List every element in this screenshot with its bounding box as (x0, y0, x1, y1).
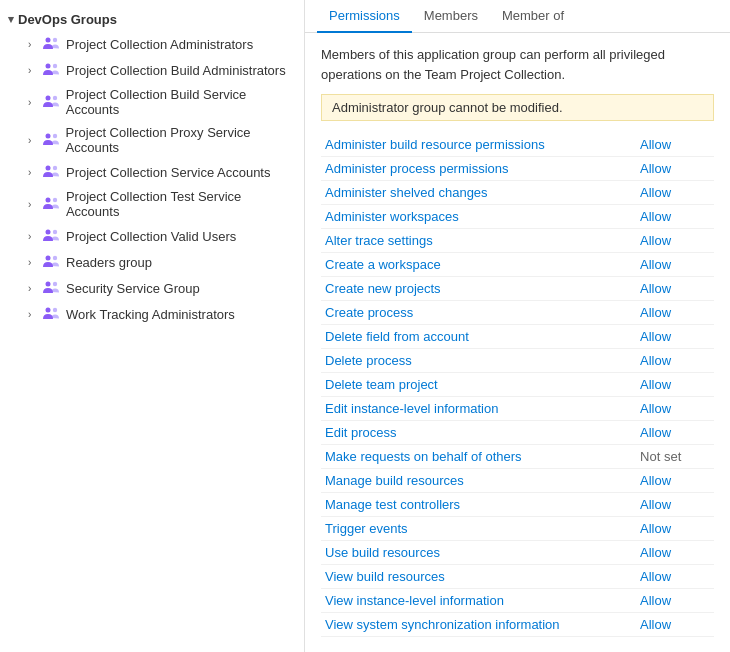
svg-point-0 (53, 38, 57, 42)
permission-name[interactable]: View system synchronization information (321, 613, 636, 637)
permission-name[interactable]: Trigger events (321, 517, 636, 541)
group-icon (42, 35, 60, 53)
expand-arrow-icon: › (28, 39, 38, 50)
sidebar-item[interactable]: ›Project Collection Valid Users (0, 223, 304, 249)
group-icon (42, 279, 60, 297)
group-icon (42, 253, 60, 271)
permission-value[interactable]: Allow (636, 373, 714, 397)
permission-row: View instance-level informationAllow (321, 589, 714, 613)
permission-row: Administer build resource permissionsAll… (321, 133, 714, 157)
permission-row: Create new projectsAllow (321, 277, 714, 301)
expand-arrow-icon: › (28, 199, 38, 210)
permission-value[interactable]: Allow (636, 277, 714, 301)
sidebar-items: ›Project Collection Administrators›Proje… (0, 31, 304, 327)
group-description: Members of this application group can pe… (321, 45, 714, 84)
permission-row: Delete processAllow (321, 349, 714, 373)
svg-point-14 (53, 256, 57, 260)
permission-name[interactable]: Administer build resource permissions (321, 133, 636, 157)
permission-name[interactable]: Create new projects (321, 277, 636, 301)
sidebar-item[interactable]: ›Project Collection Build Administrators (0, 57, 304, 83)
permission-name[interactable]: Create process (321, 301, 636, 325)
permission-name[interactable]: Delete field from account (321, 325, 636, 349)
sidebar-item[interactable]: ›Project Collection Service Accounts (0, 159, 304, 185)
collapse-icon: ▾ (8, 13, 14, 26)
permission-name[interactable]: Alter trace settings (321, 229, 636, 253)
permission-name[interactable]: Delete process (321, 349, 636, 373)
sidebar-item[interactable]: ›Work Tracking Administrators (0, 301, 304, 327)
expand-arrow-icon: › (28, 309, 38, 320)
permission-row: View system synchronization informationA… (321, 613, 714, 637)
sidebar-item[interactable]: ›Project Collection Administrators (0, 31, 304, 57)
sidebar-header[interactable]: ▾ DevOps Groups (0, 8, 304, 31)
permission-value[interactable]: Allow (636, 613, 714, 637)
permission-value[interactable]: Allow (636, 301, 714, 325)
tab-permissions[interactable]: Permissions (317, 0, 412, 33)
permission-name[interactable]: Administer workspaces (321, 205, 636, 229)
permission-value[interactable]: Allow (636, 325, 714, 349)
panel-content: Members of this application group can pe… (305, 33, 730, 652)
sidebar-item[interactable]: ›Project Collection Test Service Account… (0, 185, 304, 223)
permission-row: Edit processAllow (321, 421, 714, 445)
permission-value[interactable]: Allow (636, 229, 714, 253)
permission-value[interactable]: Allow (636, 253, 714, 277)
svg-point-18 (53, 308, 57, 312)
permissions-table: Administer build resource permissionsAll… (321, 133, 714, 637)
permission-row: Administer workspacesAllow (321, 205, 714, 229)
permission-name[interactable]: Make requests on behalf of others (321, 445, 636, 469)
sidebar-item[interactable]: ›Security Service Group (0, 275, 304, 301)
permission-value[interactable]: Allow (636, 493, 714, 517)
permission-row: Administer process permissionsAllow (321, 157, 714, 181)
permission-value[interactable]: Allow (636, 565, 714, 589)
tab-members[interactable]: Members (412, 0, 490, 33)
permission-value[interactable]: Allow (636, 205, 714, 229)
sidebar-item[interactable]: ›Readers group (0, 249, 304, 275)
group-icon (42, 61, 60, 79)
permission-row: View build resourcesAllow (321, 565, 714, 589)
permission-value[interactable]: Allow (636, 469, 714, 493)
permission-name[interactable]: Administer process permissions (321, 157, 636, 181)
permission-value[interactable]: Allow (636, 517, 714, 541)
permission-name[interactable]: Edit instance-level information (321, 397, 636, 421)
permission-row: Use build resourcesAllow (321, 541, 714, 565)
permission-name[interactable]: Manage build resources (321, 469, 636, 493)
permission-row: Edit instance-level informationAllow (321, 397, 714, 421)
permission-value[interactable]: Allow (636, 349, 714, 373)
svg-point-6 (52, 134, 56, 138)
permission-row: Delete field from accountAllow (321, 325, 714, 349)
permission-value[interactable]: Allow (636, 589, 714, 613)
svg-point-16 (53, 282, 57, 286)
svg-point-19 (46, 308, 51, 313)
svg-point-10 (53, 198, 57, 202)
permission-name[interactable]: View instance-level information (321, 589, 636, 613)
permission-value[interactable]: Allow (636, 397, 714, 421)
sidebar-item[interactable]: ›Project Collection Build Service Accoun… (0, 83, 304, 121)
permission-name[interactable]: Edit process (321, 421, 636, 445)
permission-value[interactable]: Not set (636, 445, 714, 469)
permission-name[interactable]: Use build resources (321, 541, 636, 565)
permission-name[interactable]: Manage test controllers (321, 493, 636, 517)
group-icon (42, 163, 60, 181)
tab-member-of[interactable]: Member of (490, 0, 576, 33)
permission-value[interactable]: Allow (636, 133, 714, 157)
permission-name[interactable]: Create a workspace (321, 253, 636, 277)
permission-name[interactable]: Delete team project (321, 373, 636, 397)
permission-row: Manage test controllersAllow (321, 493, 714, 517)
permission-value[interactable]: Allow (636, 541, 714, 565)
svg-point-4 (53, 96, 57, 100)
permission-name[interactable]: Administer shelved changes (321, 181, 636, 205)
sidebar-item[interactable]: ›Project Collection Proxy Service Accoun… (0, 121, 304, 159)
svg-point-1 (46, 38, 51, 43)
group-icon (42, 227, 60, 245)
permission-value[interactable]: Allow (636, 157, 714, 181)
sidebar-item-label: Project Collection Valid Users (66, 229, 236, 244)
main-panel: PermissionsMembersMember of Members of t… (305, 0, 730, 652)
warning-text: Administrator group cannot be modified. (332, 100, 563, 115)
permission-value[interactable]: Allow (636, 421, 714, 445)
tabs-bar: PermissionsMembersMember of (305, 0, 730, 33)
permission-row: Alter trace settingsAllow (321, 229, 714, 253)
expand-arrow-icon: › (28, 65, 38, 76)
sidebar-item-label: Readers group (66, 255, 152, 270)
permission-name[interactable]: View build resources (321, 565, 636, 589)
permission-row: Delete team projectAllow (321, 373, 714, 397)
permission-value[interactable]: Allow (636, 181, 714, 205)
